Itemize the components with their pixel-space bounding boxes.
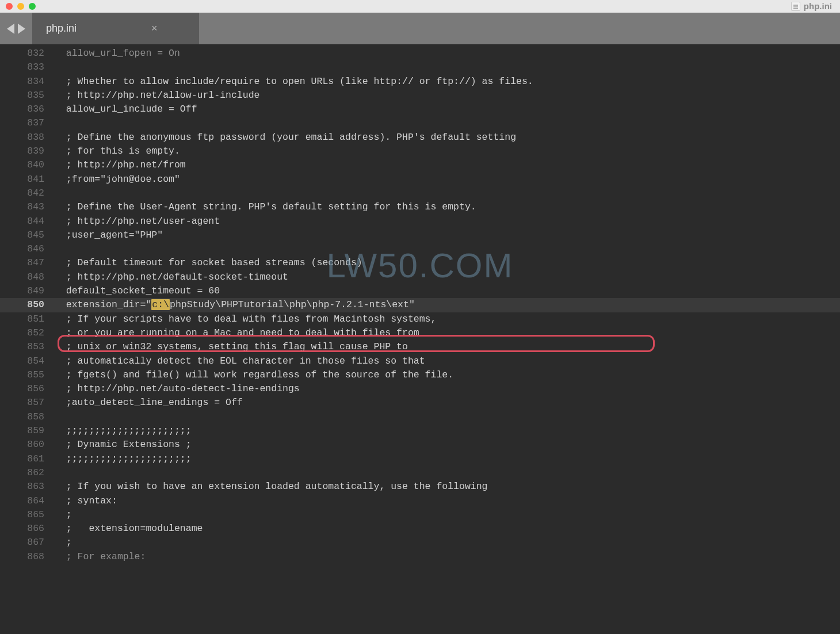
code-line[interactable]: 857 ;auto_detect_line_endings = Off [0, 396, 840, 410]
line-number: 846 [0, 242, 55, 256]
code-line[interactable]: 861 ;;;;;;;;;;;;;;;;;;;;;; [0, 452, 840, 466]
line-number: 863 [0, 480, 55, 494]
line-content: ; Default timeout for socket based strea… [55, 256, 840, 270]
line-content: extension_dir="c:\phpStudy\PHPTutorial\p… [55, 298, 840, 312]
code-line[interactable]: 850 extension_dir="c:\phpStudy\PHPTutori… [0, 298, 840, 312]
code-line[interactable]: 841 ;from="john@doe.com" [0, 173, 840, 186]
line-number: 837 [0, 116, 55, 130]
line-number: 848 [0, 270, 55, 284]
code-line[interactable]: 853 ; unix or win32 systems, setting thi… [0, 340, 840, 354]
code-line[interactable]: 836 allow_url_include = Off [0, 102, 840, 116]
line-number: 852 [0, 326, 55, 340]
line-content [55, 60, 840, 74]
line-number: 840 [0, 158, 55, 172]
line-number: 842 [0, 186, 55, 200]
file-icon [791, 2, 800, 11]
code-line[interactable]: 864 ; syntax: [0, 494, 840, 508]
line-number: 843 [0, 200, 55, 214]
maximize-window-button[interactable] [29, 3, 36, 10]
line-content: ;auto_detect_line_endings = Off [55, 396, 840, 410]
line-number: 851 [0, 312, 55, 326]
line-content: ;;;;;;;;;;;;;;;;;;;;;; [55, 424, 840, 438]
code-line[interactable]: 867 ; [0, 536, 840, 549]
code-line[interactable]: 847 ; Default timeout for socket based s… [0, 256, 840, 270]
line-content: ;from="john@doe.com" [55, 173, 840, 186]
code-line[interactable]: 866 ; extension=modulename [0, 522, 840, 536]
nav-back-icon[interactable] [7, 24, 14, 34]
tab-phpini[interactable]: php.ini × [32, 13, 199, 44]
line-content: ; Whether to allow include/require to op… [55, 75, 840, 89]
code-line[interactable]: 838 ; Define the anonymous ftp password … [0, 131, 840, 144]
line-number: 865 [0, 508, 55, 522]
code-line[interactable]: 859 ;;;;;;;;;;;;;;;;;;;;;; [0, 424, 840, 438]
code-line[interactable]: 835 ; http://php.net/allow-url-include [0, 89, 840, 102]
line-content [55, 186, 840, 200]
code-line[interactable]: 854 ; automatically detect the EOL chara… [0, 354, 840, 368]
line-content: ; unix or win32 systems, setting this fl… [55, 340, 840, 354]
line-number: 853 [0, 340, 55, 354]
line-content: ; fgets() and file() will work regardles… [55, 368, 840, 382]
titlebar-filename-text: php.ini [804, 1, 832, 11]
code-line[interactable]: 843 ; Define the User-Agent string. PHP'… [0, 200, 840, 214]
code-line[interactable]: 860 ; Dynamic Extensions ; [0, 438, 840, 452]
code-line[interactable]: 862 [0, 466, 840, 480]
line-number: 861 [0, 452, 55, 466]
line-number: 855 [0, 368, 55, 382]
line-number: 868 [0, 550, 55, 564]
line-content [55, 466, 840, 480]
code-line[interactable]: 852 ; or you are running on a Mac and ne… [0, 326, 840, 340]
line-number: 854 [0, 354, 55, 368]
code-line[interactable]: 844 ; http://php.net/user-agent [0, 215, 840, 228]
line-number: 845 [0, 228, 55, 242]
line-content: default_socket_timeout = 60 [55, 284, 840, 298]
nav-forward-icon[interactable] [18, 24, 25, 34]
code-line[interactable]: 840 ; http://php.net/from [0, 158, 840, 172]
code-line[interactable]: 865 ; [0, 508, 840, 522]
window-controls [6, 3, 36, 10]
code-line[interactable]: 849 default_socket_timeout = 60 [0, 284, 840, 298]
line-number: 833 [0, 60, 55, 74]
code-line[interactable]: 845 ;user_agent="PHP" [0, 228, 840, 242]
line-content: ; for this is empty. [55, 144, 840, 158]
code-line[interactable]: 856 ; http://php.net/auto-detect-line-en… [0, 382, 840, 396]
code-line[interactable]: 846 [0, 242, 840, 256]
line-content: ; http://php.net/user-agent [55, 215, 840, 228]
line-number: 841 [0, 173, 55, 186]
line-content [55, 410, 840, 424]
code-line[interactable]: 863 ; If you wish to have an extension l… [0, 480, 840, 494]
code-line[interactable]: 842 [0, 186, 840, 200]
line-content: ; Dynamic Extensions ; [55, 438, 840, 452]
search-highlight: c:\ [151, 299, 170, 310]
line-number: 839 [0, 144, 55, 158]
code-line[interactable]: 833 [0, 60, 840, 74]
line-content [55, 242, 840, 256]
minimize-window-button[interactable] [17, 3, 24, 10]
tab-label: php.ini [46, 22, 77, 35]
code-line[interactable]: 855 ; fgets() and file() will work regar… [0, 368, 840, 382]
line-content: ; http://php.net/auto-detect-line-ending… [55, 382, 840, 396]
line-content: ; http://php.net/from [55, 158, 840, 172]
line-number: 864 [0, 494, 55, 508]
code-line[interactable]: 858 [0, 410, 840, 424]
line-content: ; Define the User-Agent string. PHP's de… [55, 200, 840, 214]
line-content: ; syntax: [55, 494, 840, 508]
tab-bar: php.ini × [0, 13, 840, 44]
code-line[interactable]: 834 ; Whether to allow include/require t… [0, 75, 840, 89]
code-line[interactable]: 832 allow_url_fopen = On [0, 47, 840, 60]
code-line[interactable]: 839 ; for this is empty. [0, 144, 840, 158]
line-content: ; http://php.net/allow-url-include [55, 89, 840, 102]
code-line[interactable]: 868 ; For example: [0, 550, 840, 564]
close-icon[interactable]: × [151, 22, 158, 35]
line-content: allow_url_include = Off [55, 102, 840, 116]
line-content: ; For example: [55, 550, 840, 564]
line-content: allow_url_fopen = On [55, 47, 840, 60]
line-content: ; If you wish to have an extension loade… [55, 480, 840, 494]
code-line[interactable]: 851 ; If your scripts have to deal with … [0, 312, 840, 326]
code-line[interactable]: 837 [0, 116, 840, 130]
titlebar-filename: php.ini [791, 1, 832, 11]
line-content: ; http://php.net/default-socket-timeout [55, 270, 840, 284]
editor-area[interactable]: LW50.COM 832 allow_url_fopen = On833 834… [0, 44, 840, 634]
line-number: 856 [0, 382, 55, 396]
code-line[interactable]: 848 ; http://php.net/default-socket-time… [0, 270, 840, 284]
close-window-button[interactable] [6, 3, 13, 10]
